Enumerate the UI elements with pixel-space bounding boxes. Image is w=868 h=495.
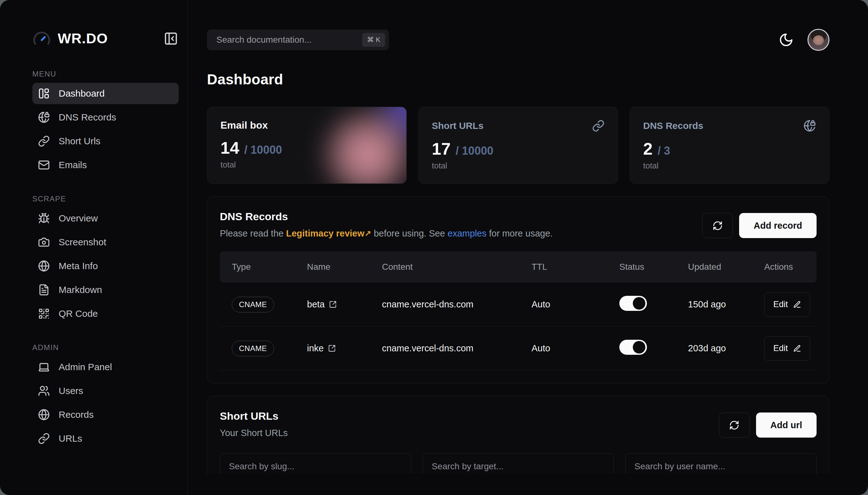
sidebar-item-dashboard[interactable]: Dashboard — [32, 83, 179, 104]
keyboard-shortcut-badge: ⌘ K — [362, 33, 385, 47]
nav-section-label: MENU — [32, 70, 179, 79]
camera-icon — [38, 236, 50, 248]
stat-card-email-box: Email box 14 / 10000 total — [207, 107, 407, 184]
filter-input-search-by-slug[interactable] — [220, 453, 411, 474]
sidebar-item-short-urls[interactable]: Short Urls — [32, 131, 179, 152]
column-header-content: Content — [382, 262, 532, 272]
sidebar-header: WR.DO — [33, 30, 178, 48]
stat-limit: / 10000 — [456, 144, 493, 157]
sidebar-collapse-button[interactable] — [164, 31, 178, 46]
stat-card-title: Email box — [221, 120, 268, 131]
pen-icon — [793, 344, 801, 353]
search-input[interactable] — [216, 34, 362, 45]
nav-section-menu: MENU Dashboard DNS Records Short Urls Em… — [32, 70, 179, 176]
refresh-urls-button[interactable] — [719, 412, 750, 438]
column-header-type: Type — [232, 262, 307, 272]
nav-section-scrape: SCRAPE Overview Screenshot Meta Info Mar… — [32, 194, 179, 324]
nav-section-label: SCRAPE — [32, 194, 179, 203]
user-avatar[interactable] — [808, 29, 830, 51]
sidebar-item-meta-info[interactable]: Meta Info — [32, 255, 179, 277]
record-name: beta — [307, 299, 325, 310]
short-urls-title: Short URLs — [220, 410, 288, 422]
stats-row: Email box 14 / 10000 total Short URLs 17… — [207, 107, 830, 184]
pen-icon — [793, 301, 801, 309]
column-header-actions: Actions — [764, 262, 817, 272]
topbar: ⌘ K — [207, 29, 830, 51]
mail-icon — [38, 159, 50, 171]
search-documentation-box[interactable]: ⌘ K — [207, 30, 389, 50]
sidebar-nav: MENU Dashboard DNS Records Short Urls Em… — [0, 70, 188, 468]
dns-section-title: DNS Records — [220, 210, 553, 223]
stat-limit: / 3 — [658, 144, 670, 157]
link-icon — [38, 135, 50, 147]
column-header-status: Status — [619, 262, 688, 272]
sidebar-item-overview[interactable]: Overview — [32, 208, 179, 229]
sidebar-item-markdown[interactable]: Markdown — [32, 279, 179, 301]
sidebar-item-screenshot[interactable]: Screenshot — [32, 232, 179, 253]
sidebar-item-urls[interactable]: URLs — [32, 428, 179, 449]
sidebar-item-records[interactable]: Records — [32, 404, 179, 425]
gauge-logo-icon — [33, 30, 51, 48]
refresh-records-button[interactable] — [702, 213, 733, 238]
stat-value: 2 — [643, 139, 653, 158]
link-icon — [38, 432, 50, 444]
record-updated: 150d ago — [688, 299, 764, 310]
short-urls-header: Short URLs Your Short URLs Add url — [220, 410, 817, 438]
stat-caption: total — [221, 160, 393, 170]
dns-record-row: CNAME beta cname.vercel-dns.com Auto 150… — [220, 283, 817, 327]
sidebar-item-admin-panel[interactable]: Admin Panel — [32, 356, 179, 378]
record-type-badge: CNAME — [232, 297, 274, 312]
globe-icon — [38, 260, 50, 272]
short-urls-section: Short URLs Your Short URLs Add url — [207, 396, 830, 474]
add-url-button[interactable]: Add url — [756, 412, 817, 438]
column-header-updated: Updated — [688, 262, 764, 272]
record-status-toggle[interactable] — [619, 340, 647, 355]
stat-card-short-urls: Short URLs 17 / 10000 total — [418, 107, 618, 184]
record-updated: 203d ago — [688, 343, 764, 354]
record-content: cname.vercel-dns.com — [382, 343, 532, 354]
stat-limit: / 10000 — [244, 143, 282, 156]
dns-section-header: DNS Records Please read the Legitimacy r… — [220, 210, 817, 239]
external-link-icon[interactable] — [329, 301, 337, 308]
edit-record-button[interactable]: Edit — [764, 336, 810, 361]
short-urls-subtitle: Your Short URLs — [220, 428, 288, 438]
filter-input-search-by-target[interactable] — [423, 453, 614, 474]
edit-record-button[interactable]: Edit — [764, 292, 810, 317]
page-title: Dashboard — [207, 71, 830, 88]
column-header-ttl: TTL — [532, 262, 619, 272]
record-content: cname.vercel-dns.com — [382, 299, 532, 310]
stat-card-title: DNS Records — [643, 120, 704, 131]
stat-card-title: Short URLs — [432, 120, 484, 131]
file-text-icon — [38, 284, 50, 296]
arrow-up-right-icon: ↗ — [364, 229, 371, 238]
sidebar-item-dns-records[interactable]: DNS Records — [32, 107, 179, 128]
globe-icon — [38, 409, 50, 421]
globe-lock-icon — [803, 120, 816, 132]
filter-input-search-by-user-name[interactable] — [625, 453, 817, 474]
app-logo[interactable]: WR.DO — [33, 30, 108, 48]
legitimacy-review-link[interactable]: Legitimacy review↗ — [286, 228, 371, 238]
stat-value: 14 — [221, 138, 239, 157]
stat-caption: total — [643, 161, 816, 171]
record-status-toggle[interactable] — [619, 296, 647, 311]
record-type-badge: CNAME — [232, 341, 274, 356]
record-name: inke — [307, 343, 324, 354]
external-link-icon[interactable] — [328, 344, 336, 352]
nav-section-admin: ADMIN Admin Panel Users Records URLs — [32, 343, 179, 449]
sidebar-item-emails[interactable]: Emails — [32, 154, 179, 176]
examples-link[interactable]: examples — [448, 228, 486, 238]
laptop-icon — [38, 361, 50, 373]
sidebar-item-qr-code[interactable]: QR Code — [32, 303, 179, 324]
globe-lock-icon — [38, 112, 50, 123]
nav-section-label: ADMIN — [32, 343, 179, 352]
short-urls-actions: Add url — [719, 412, 817, 438]
bug-icon — [38, 212, 50, 224]
add-record-button[interactable]: Add record — [739, 213, 817, 238]
stat-value: 17 — [432, 139, 451, 158]
users-icon — [38, 385, 50, 397]
sidebar-item-users[interactable]: Users — [32, 380, 179, 402]
dns-section-actions: Add record — [702, 213, 817, 238]
stat-caption: total — [432, 161, 605, 171]
dns-section-subtitle: Please read the Legitimacy review↗ befor… — [220, 228, 553, 239]
theme-toggle-moon-icon[interactable] — [779, 32, 794, 47]
